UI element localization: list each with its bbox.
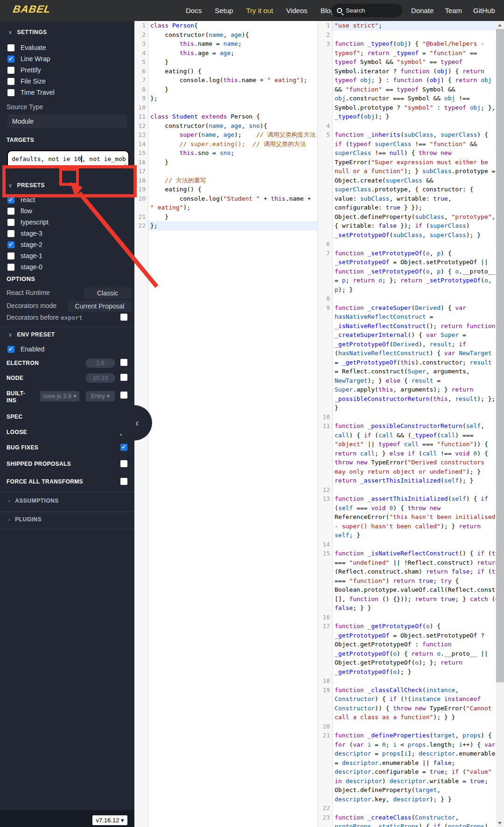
code-text[interactable] (333, 613, 496, 622)
code-text[interactable] (333, 294, 496, 303)
scroll-up-button[interactable] (496, 21, 504, 29)
babel-version-select[interactable]: v7.16.12 ▾ (92, 815, 127, 825)
code-line[interactable]: 3 this.name = name; (134, 39, 317, 49)
code-line[interactable]: 9function _createSuper(Derived) { var ha… (318, 303, 496, 413)
code-line[interactable]: 2 (318, 30, 496, 40)
input-code-editor[interactable]: 1class Person{2 constructor(name, age){3… (134, 21, 317, 827)
electron-checkbox[interactable] (120, 359, 127, 366)
code-line[interactable]: 15function _isNativeReflectConstruct() {… (318, 549, 496, 613)
code-text[interactable] (148, 167, 317, 176)
nav-link-docs[interactable]: Docs (186, 7, 202, 14)
code-text[interactable]: function _classCallCheck(instance, Const… (333, 686, 496, 722)
typescript-checkbox[interactable] (7, 219, 14, 226)
code-text[interactable]: "use strict"; (333, 21, 496, 30)
code-text[interactable]: // super.eating(); // 调用父类的方法 (148, 140, 317, 149)
code-line[interactable]: 9}; (134, 94, 317, 103)
code-line[interactable]: 13function _assertThisInitialized(self) … (318, 494, 496, 540)
code-line[interactable]: 8 } (134, 85, 317, 94)
code-line[interactable]: 4 this.age = age; (134, 49, 317, 58)
code-text[interactable]: function _setPrototypeOf(o, p) { _setPro… (333, 249, 496, 294)
time-travel-checkbox[interactable] (7, 89, 14, 96)
nav-link-team[interactable]: Team (445, 7, 462, 14)
builtins-mode-select[interactable]: Entry ▾ (86, 391, 115, 401)
file-size-checkbox[interactable] (7, 78, 14, 85)
code-line[interactable]: 3function _typeof(obj) { "@babel/helpers… (318, 39, 496, 121)
section-plugins[interactable]: ›PLUGINS (0, 516, 134, 523)
code-text[interactable]: function _inherits(subClass, superClass)… (333, 130, 496, 239)
code-text[interactable] (333, 413, 496, 422)
code-line[interactable]: 20 (318, 722, 496, 731)
prettify-checkbox[interactable] (7, 67, 14, 74)
code-text[interactable] (333, 804, 496, 813)
code-text[interactable] (333, 540, 496, 549)
resize-handle-icon[interactable] (122, 162, 127, 167)
code-line[interactable]: 6 eating() { (134, 67, 317, 76)
code-line[interactable]: 16 (318, 613, 496, 622)
code-line[interactable]: 11function _possibleConstructorReturn(se… (318, 421, 496, 485)
source-type-select[interactable]: Module (0, 114, 134, 128)
flow-checkbox[interactable] (7, 208, 14, 215)
code-text[interactable]: function _typeof(obj) { "@babel/helpers … (333, 39, 496, 121)
code-text[interactable]: function _getPrototypeOf(o) { _getProtot… (333, 622, 496, 676)
code-line[interactable]: 6 (318, 239, 496, 249)
section-assumptions[interactable]: ›ASSUMPTIONS (0, 498, 134, 504)
code-line[interactable]: 18 (318, 676, 496, 686)
env-enabled-checkbox[interactable] (7, 346, 14, 353)
babel-logo[interactable]: BABEL (12, 3, 52, 15)
stage-1-checkbox[interactable] (7, 252, 14, 259)
code-text[interactable]: function _defineProperties(target, props… (333, 731, 496, 804)
code-text[interactable]: }; (148, 94, 317, 103)
code-text[interactable] (333, 239, 496, 249)
code-text[interactable] (333, 121, 496, 131)
code-text[interactable]: } (148, 158, 317, 167)
search-input[interactable]: Search (331, 4, 402, 17)
code-text[interactable]: function _assertThisInitialized(self) { … (333, 494, 496, 540)
code-text[interactable]: }; (148, 221, 317, 231)
code-line[interactable]: 1class Person{ (134, 21, 317, 30)
react-runtime-select[interactable]: Classic (84, 287, 131, 299)
nav-link-try-it-out[interactable]: Try it out (246, 7, 273, 14)
code-text[interactable] (333, 30, 496, 40)
section-presets[interactable]: ∨PRESETS (0, 182, 134, 189)
code-line[interactable]: 2 constructor(name, age){ (134, 30, 317, 40)
code-text[interactable]: } (148, 57, 317, 67)
code-line[interactable]: 16 } (134, 158, 317, 167)
force-transforms-checkbox[interactable] (120, 478, 127, 485)
evaluate-checkbox[interactable] (7, 44, 14, 51)
code-text[interactable]: function _createSuper(Derived) { var has… (333, 303, 496, 413)
scroll-down-button[interactable] (496, 819, 504, 827)
code-line[interactable]: 17function _getPrototypeOf(o) { _getProt… (318, 622, 496, 676)
code-text[interactable]: class Student extends Person { (148, 112, 317, 121)
output-scrollbar[interactable] (496, 21, 504, 827)
nav-link-donate[interactable]: Donate (411, 7, 434, 14)
stage-3-checkbox[interactable] (7, 230, 14, 237)
section-settings[interactable]: ∨SETTINGS (0, 29, 134, 35)
code-line[interactable]: 21 } (134, 212, 317, 222)
sidebar-collapse-button[interactable]: ‹ (117, 405, 152, 441)
react-checkbox[interactable] (7, 196, 14, 203)
scrollbar-thumb[interactable] (496, 29, 504, 682)
code-text[interactable]: function _isNativeReflectConstruct() { i… (333, 549, 496, 613)
nav-link-setup[interactable]: Setup (215, 7, 233, 14)
code-text[interactable]: } (148, 212, 317, 222)
code-line[interactable]: 21function _defineProperties(target, pro… (318, 731, 496, 804)
code-text[interactable]: this.age = age; (148, 49, 317, 58)
code-line[interactable]: 8 (318, 294, 496, 303)
code-text[interactable] (148, 103, 317, 112)
code-line[interactable]: 12 constructor(name, age, sno){ (134, 121, 317, 131)
code-line[interactable]: 5function _inherits(subClass, superClass… (318, 130, 496, 239)
code-text[interactable]: } (148, 85, 317, 94)
code-line[interactable]: 10 (318, 413, 496, 422)
stage-0-checkbox[interactable] (7, 264, 14, 271)
code-line[interactable]: 12 (318, 485, 496, 495)
code-line[interactable]: 15 this.sno = sno; (134, 148, 317, 158)
code-text[interactable]: eating() { (148, 67, 317, 76)
code-text[interactable]: console.log("Student " + this.name + " e… (148, 194, 317, 212)
code-text[interactable]: function _createClass(Constructor, proto… (333, 813, 496, 827)
code-text[interactable]: constructor(name, age, sno){ (148, 121, 317, 131)
code-line[interactable]: 22 (318, 804, 496, 813)
code-text[interactable]: constructor(name, age){ (148, 30, 317, 40)
code-line[interactable]: 23function _createClass(Constructor, pro… (318, 813, 496, 827)
code-line[interactable]: 14 (318, 540, 496, 549)
code-text[interactable]: this.sno = sno; (148, 148, 317, 158)
